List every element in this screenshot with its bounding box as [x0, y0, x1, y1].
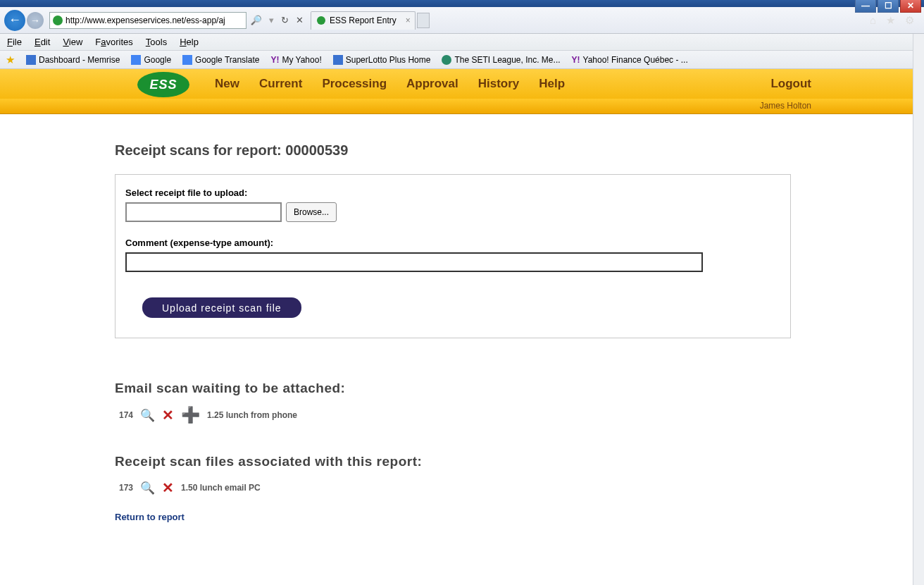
tab-favicon [317, 16, 325, 25]
menu-edit[interactable]: Edit [35, 37, 50, 47]
forward-button[interactable]: → [27, 12, 44, 29]
home-icon[interactable]: ⌂ [870, 14, 876, 27]
settings-icon[interactable]: ⚙ [905, 14, 914, 27]
bookmark-item[interactable]: The SETI League, Inc. Me... [442, 55, 560, 65]
window-titlebar: — ☐ ✕ [0, 0, 924, 7]
vertical-scrollbar[interactable] [913, 34, 924, 585]
view-icon[interactable]: 🔍 [140, 410, 155, 421]
upload-button[interactable]: Upload receipt scan file [142, 297, 301, 318]
maximize-button[interactable]: ☐ [878, 0, 899, 13]
tab-close-icon[interactable]: × [406, 16, 411, 25]
logout-link[interactable]: Logout [770, 77, 811, 91]
comment-input[interactable] [125, 252, 703, 272]
bookmark-item[interactable]: Dashboard - Memrise [26, 55, 120, 65]
view-icon[interactable]: 🔍 [140, 482, 155, 494]
menu-tools[interactable]: Tools [146, 37, 167, 47]
nav-help[interactable]: Help [539, 77, 565, 91]
app-top-nav: ESS New Current Processing Approval Hist… [0, 69, 924, 99]
add-favorite-icon[interactable]: ★ [6, 54, 15, 66]
search-icon[interactable]: 🔍 [251, 15, 262, 25]
favorites-icon[interactable]: ★ [886, 14, 895, 27]
browser-tab[interactable]: ESS Report Entry × [311, 11, 416, 30]
url-input[interactable]: http://www.expenseservices.net/ess-app/a… [49, 12, 246, 29]
delete-icon[interactable]: ✕ [162, 481, 174, 495]
scan-description: 1.50 lunch email PC [181, 483, 261, 493]
return-link[interactable]: Return to report [115, 512, 791, 522]
nav-new[interactable]: New [215, 77, 239, 91]
user-bar: James Holton [0, 99, 924, 114]
menu-view[interactable]: View [63, 37, 82, 47]
scan-id: 174 [119, 410, 133, 420]
minimize-button[interactable]: — [855, 0, 876, 13]
browse-button[interactable]: Browse... [286, 202, 337, 222]
waiting-scan-row: 174 🔍 ✕ ➕ 1.25 lunch from phone [115, 407, 791, 423]
attach-icon[interactable]: ➕ [181, 407, 200, 423]
associated-scan-row: 173 🔍 ✕ 1.50 lunch email PC [115, 481, 791, 495]
bookmarks-bar: ★ Dashboard - Memrise Google Google Tran… [0, 51, 924, 69]
stop-icon[interactable]: ✕ [296, 15, 304, 25]
site-favicon [53, 16, 63, 25]
associated-heading: Receipt scan files associated with this … [115, 454, 791, 469]
url-text: http://www.expenseservices.net/ess-app/a… [65, 16, 225, 25]
bookmark-item[interactable]: SuperLotto Plus Home [333, 55, 431, 65]
ess-logo: ESS [137, 72, 189, 97]
menu-favorites[interactable]: Favorites [95, 37, 132, 47]
nav-processing[interactable]: Processing [322, 77, 387, 91]
select-file-label: Select receipt file to upload: [125, 187, 780, 198]
back-button[interactable]: ← [4, 10, 25, 31]
nav-approval[interactable]: Approval [406, 77, 458, 91]
new-tab-button[interactable] [417, 13, 430, 28]
scan-id: 173 [119, 483, 133, 493]
address-bar-row: ← → http://www.expenseservices.net/ess-a… [0, 7, 924, 34]
scan-description: 1.25 lunch from phone [207, 410, 297, 420]
menu-file[interactable]: File [7, 37, 22, 47]
delete-icon[interactable]: ✕ [162, 408, 174, 422]
bookmark-item[interactable]: Google [131, 55, 171, 65]
page-title: Receipt scans for report: 00000539 [115, 142, 791, 159]
menu-bar: File Edit View Favorites Tools Help [0, 34, 924, 51]
refresh-icon[interactable]: ↻ [281, 15, 289, 25]
tab-title: ESS Report Entry [330, 16, 397, 25]
waiting-heading: Email scan waiting to be attached: [115, 381, 791, 396]
bookmark-item[interactable]: Y!Yahoo! Finance Québec - ... [572, 55, 688, 65]
current-user: James Holton [760, 101, 811, 111]
comment-label: Comment (expense-type amount): [125, 238, 780, 248]
close-button[interactable]: ✕ [900, 0, 921, 13]
bookmark-item[interactable]: Google Translate [182, 55, 259, 65]
nav-current[interactable]: Current [259, 77, 302, 91]
menu-help[interactable]: Help [180, 37, 199, 47]
bookmark-item[interactable]: Y!My Yahoo! [270, 55, 321, 65]
upload-panel: Select receipt file to upload: Browse...… [115, 174, 791, 338]
nav-history[interactable]: History [478, 77, 520, 91]
file-input[interactable] [125, 202, 282, 222]
